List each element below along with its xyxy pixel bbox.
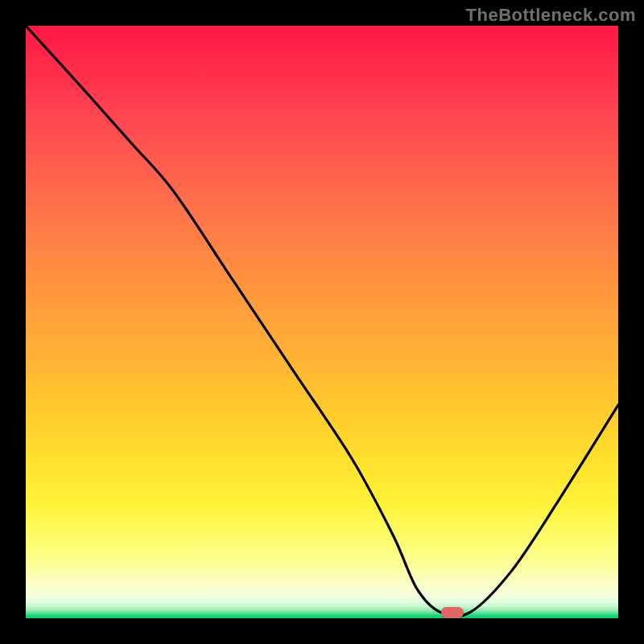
curve-path [26,26,618,617]
chart-stage: TheBottleneck.com [0,0,644,644]
watermark-text: TheBottleneck.com [466,5,636,26]
curve-svg [26,26,618,618]
marker-dot [441,607,464,618]
plot-area [26,26,618,618]
